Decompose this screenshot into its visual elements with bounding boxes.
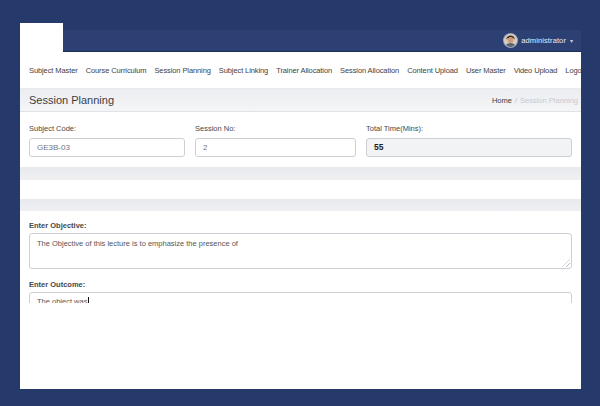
session-no-input[interactable]	[195, 138, 356, 157]
outcome-textarea[interactable]: The object was	[29, 292, 572, 303]
objective-textarea[interactable]: The Objective of this lecture is to emph…	[29, 233, 572, 269]
section-divider-strip	[20, 167, 581, 180]
breadcrumb-home-link[interactable]: Home	[492, 96, 512, 105]
total-time-label: Total Time(Mins):	[366, 124, 572, 133]
user-avatar	[504, 34, 517, 47]
breadcrumb-separator: /	[515, 96, 517, 105]
outcome-section: Enter Outcome: The object was	[20, 280, 581, 303]
main-card: Subject Master Course Curriculum Session…	[20, 52, 581, 389]
subject-code-label: Subject Code:	[29, 124, 185, 133]
nav-item-user-master[interactable]: User Master	[466, 66, 506, 75]
page-header: Session Planning Home / Session Planning	[20, 88, 581, 112]
nav-item-content-upload[interactable]: Content Upload	[407, 66, 458, 75]
nav-item-logout[interactable]: Logout	[565, 66, 581, 75]
user-dropdown[interactable]: administrator ▾	[504, 34, 573, 47]
logo-box[interactable]	[20, 23, 63, 55]
nav-item-video-upload[interactable]: Video Upload	[514, 66, 558, 75]
breadcrumb: Home / Session Planning	[492, 96, 578, 105]
objective-label: Enter Objective:	[29, 221, 572, 230]
page-title: Session Planning	[29, 94, 114, 106]
page: administrator ▾ Subject Master Course Cu…	[0, 0, 600, 406]
outcome-text: The object was	[37, 297, 87, 303]
outcome-label: Enter Outcome:	[29, 280, 572, 289]
session-no-field-group: Session No:	[195, 124, 356, 157]
nav-item-session-planning[interactable]: Session Planning	[154, 66, 210, 75]
nav-item-session-allocation[interactable]: Session Allocation	[340, 66, 399, 75]
total-time-input[interactable]	[366, 138, 572, 157]
text-cursor	[88, 297, 89, 303]
session-no-label: Session No:	[195, 124, 356, 133]
outcome-textarea-clipped: The object was	[29, 292, 572, 303]
objective-section: Enter Objective: The Objective of this l…	[20, 221, 581, 269]
form-row: Subject Code: Session No: Total Time(Min…	[29, 124, 572, 157]
user-name-label: administrator	[521, 36, 566, 45]
nav-item-course-curriculum[interactable]: Course Curriculum	[86, 66, 147, 75]
top-navbar: administrator ▾	[20, 30, 581, 52]
breadcrumb-current: Session Planning	[520, 96, 578, 105]
subject-code-field-group: Subject Code:	[29, 124, 185, 157]
section-divider-strip	[20, 199, 581, 211]
subject-code-input[interactable]	[29, 138, 185, 157]
nav-item-subject-master[interactable]: Subject Master	[29, 66, 78, 75]
main-nav: Subject Master Course Curriculum Session…	[20, 52, 581, 88]
nav-item-subject-linking[interactable]: Subject Linking	[219, 66, 268, 75]
total-time-field-group: Total Time(Mins):	[366, 124, 572, 157]
nav-item-trainer-allocation[interactable]: Trainer Allocation	[276, 66, 332, 75]
chevron-down-icon: ▾	[570, 38, 573, 44]
